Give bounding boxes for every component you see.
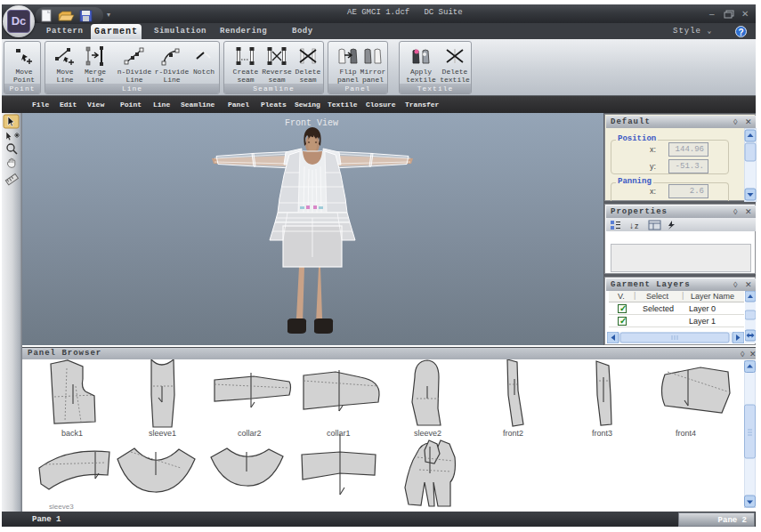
svg-text:collar2: collar2 — [238, 429, 262, 438]
svg-text:sleeve2: sleeve2 — [414, 429, 441, 438]
svg-text:collar1: collar1 — [327, 429, 351, 438]
svg-text:front2: front2 — [503, 429, 523, 438]
svg-text:↓: ↓ — [629, 221, 634, 230]
svg-text:front3: front3 — [592, 429, 612, 438]
svg-text:z: z — [635, 222, 639, 230]
svg-text:sleeve1: sleeve1 — [149, 429, 176, 438]
svg-text:back1: back1 — [61, 429, 83, 438]
svg-text:sleeve3: sleeve3 — [49, 503, 74, 509]
svg-text:front4: front4 — [676, 429, 696, 438]
